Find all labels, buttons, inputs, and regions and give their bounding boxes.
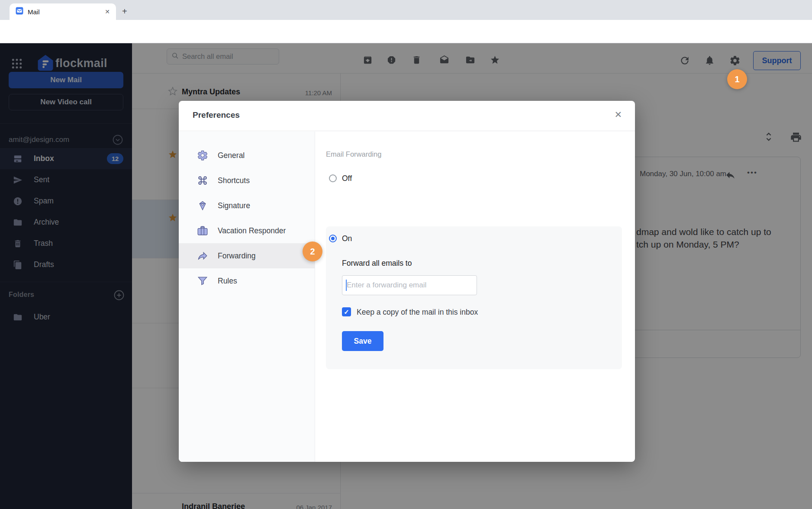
forwarding-off-label: Off xyxy=(342,174,352,183)
modal-header: Preferences ✕ xyxy=(179,101,635,131)
browser-tab[interactable]: Mail ✕ xyxy=(10,3,116,20)
pen-nib-icon xyxy=(197,200,208,211)
nav-item-forwarding[interactable]: Forwarding xyxy=(179,243,315,268)
nav-item-vacation-responder[interactable]: Vacation Responder xyxy=(179,218,315,243)
nav-item-shortcuts[interactable]: Shortcuts xyxy=(179,168,315,193)
forwarding-email-input[interactable] xyxy=(342,275,477,295)
nav-item-label: Forwarding xyxy=(218,251,256,261)
forward-to-label: Forward all emails to xyxy=(342,259,412,268)
forwarding-on-label: On xyxy=(342,234,352,243)
text-cursor xyxy=(346,280,347,291)
preferences-nav: General Shortcuts Signature Vacation Res… xyxy=(179,132,315,462)
forwarding-panel: Email Forwarding Off On Forward all emai… xyxy=(316,132,635,462)
command-icon xyxy=(197,175,208,186)
nav-item-label: Shortcuts xyxy=(218,176,250,185)
funnel-icon xyxy=(197,275,208,287)
tab-close-icon[interactable]: ✕ xyxy=(103,7,112,16)
browser-toolbar: https://web.flockmail.com/ ⋮ xyxy=(0,20,812,43)
step-1-annotation-badge: 1 xyxy=(727,69,747,89)
nav-item-rules[interactable]: Rules xyxy=(179,268,315,293)
nav-item-signature[interactable]: Signature xyxy=(179,193,315,218)
section-title: Email Forwarding xyxy=(326,150,381,158)
mail-favicon-icon xyxy=(16,7,23,16)
gear-icon xyxy=(197,150,208,161)
modal-title: Preferences xyxy=(193,110,240,120)
browser-tab-strip: Mail ✕ + xyxy=(0,0,812,20)
nav-item-label: Vacation Responder xyxy=(218,226,286,235)
keep-copy-label: Keep a copy of the mail in this inbox xyxy=(357,308,478,317)
close-icon[interactable]: ✕ xyxy=(614,110,622,120)
keep-copy-checkbox[interactable]: ✓ xyxy=(342,307,351,316)
tab-title: Mail xyxy=(28,8,103,16)
nav-item-label: Signature xyxy=(218,201,250,210)
nav-item-label: Rules xyxy=(218,277,237,286)
forwarding-on-radio[interactable] xyxy=(329,235,337,242)
save-button[interactable]: Save xyxy=(342,331,383,351)
briefcase-icon xyxy=(197,225,208,236)
step-2-annotation-badge: 2 xyxy=(303,242,322,261)
forwarding-off-radio[interactable] xyxy=(329,174,337,182)
forward-arrow-icon xyxy=(197,250,208,261)
preferences-modal: Preferences ✕ General Shortcuts Signat xyxy=(179,101,635,462)
new-tab-icon[interactable]: + xyxy=(122,7,127,16)
nav-item-general[interactable]: General xyxy=(179,143,315,168)
nav-item-label: General xyxy=(218,151,245,160)
